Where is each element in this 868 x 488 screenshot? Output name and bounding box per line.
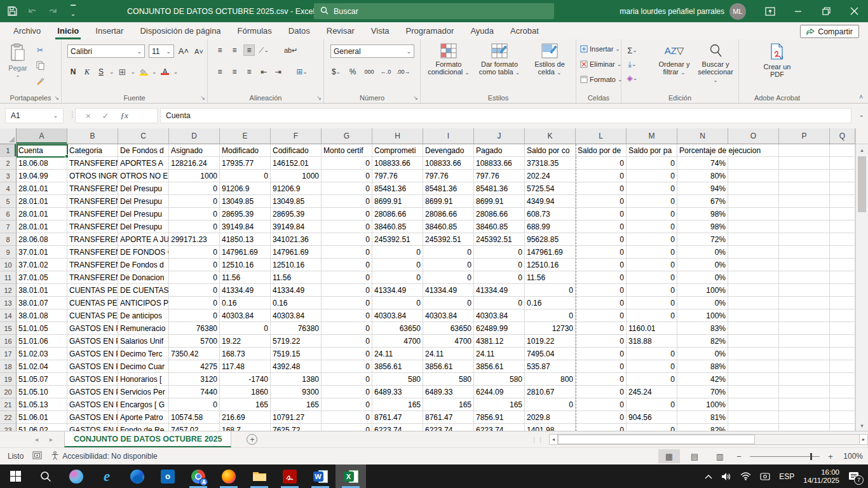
cell-J8[interactable]: 245392.51	[474, 233, 525, 246]
cell-Q10[interactable]	[830, 259, 855, 271]
column-header-P[interactable]: P	[779, 128, 830, 144]
cell-P7[interactable]	[779, 220, 830, 233]
cell-Q3[interactable]	[830, 170, 855, 182]
cell-E2[interactable]: 17935.77	[220, 157, 271, 170]
cell-G21[interactable]: 0	[322, 398, 372, 411]
cell-A5[interactable]: 28.01.01	[17, 195, 67, 208]
scroll-right-icon[interactable]: ▸	[859, 434, 868, 445]
cell-N3[interactable]: 80%	[677, 170, 728, 182]
cell-P18[interactable]	[779, 360, 830, 373]
ribbon-tab-insertar[interactable]: Insertar	[87, 22, 132, 39]
cell-G3[interactable]: 0	[322, 170, 372, 182]
borders-icon[interactable]: ⊞	[117, 66, 128, 78]
cell-D20[interactable]: 7440	[169, 386, 220, 398]
cell-J3[interactable]: 797.76	[474, 170, 525, 182]
cell-M12[interactable]: 0	[627, 284, 677, 297]
cell-D23[interactable]: 7457.02	[169, 424, 220, 431]
cell-P1[interactable]	[779, 144, 830, 157]
cell-F7[interactable]: 39149.84	[271, 220, 322, 233]
cell-L20[interactable]: 0	[576, 386, 627, 398]
cell-K7[interactable]: 688.99	[525, 220, 576, 233]
cell-O2[interactable]	[728, 157, 779, 170]
cell-C13[interactable]: ANTICIPOS P	[118, 297, 169, 309]
bold-button[interactable]: N	[67, 66, 79, 78]
cell-O17[interactable]	[728, 348, 779, 360]
cell-D9[interactable]: 0	[169, 246, 220, 259]
cell-J23[interactable]: 6223.74	[474, 424, 525, 431]
cell-B18[interactable]: GASTOS EN P	[67, 360, 118, 373]
delete-cells-button[interactable]: Eliminar⌄	[580, 60, 621, 68]
cell-I6[interactable]: 28086.66	[423, 208, 474, 220]
cell-C6[interactable]: Del Presupu	[118, 208, 169, 220]
cell-F5[interactable]: 13049.85	[271, 195, 322, 208]
cell-A22[interactable]: 51.06.01	[17, 411, 67, 424]
row-header-16[interactable]: 16	[0, 335, 17, 348]
row-header-12[interactable]: 12	[0, 284, 17, 297]
cell-E7[interactable]: 39149.84	[220, 220, 271, 233]
formula-input[interactable]: Cuenta	[160, 108, 851, 123]
cell-H3[interactable]: 797.76	[372, 170, 423, 182]
cell-E16[interactable]: 19.22	[220, 335, 271, 348]
cell-C11[interactable]: De Donacion	[118, 271, 169, 284]
cell-I7[interactable]: 38460.85	[423, 220, 474, 233]
cell-F10[interactable]: 12510.16	[271, 259, 322, 271]
cell-H2[interactable]: 108833.66	[372, 157, 423, 170]
cell-M18[interactable]: 0	[627, 360, 677, 373]
cell-B8[interactable]: TRANSFEREN	[67, 233, 118, 246]
cell-C21[interactable]: Encargos [ G	[118, 398, 169, 411]
taskbar-start-button[interactable]	[0, 464, 31, 488]
cell-Q14[interactable]	[830, 309, 855, 322]
font-name-select[interactable]: Calibri⌄	[67, 44, 145, 58]
cell-C1[interactable]: De Fondos d	[118, 144, 169, 157]
format-painter-icon[interactable]	[34, 75, 46, 86]
cell-L8[interactable]: 0	[576, 233, 627, 246]
cell-N23[interactable]: 82%	[677, 424, 728, 431]
cell-F20[interactable]: 9300	[271, 386, 322, 398]
cell-K22[interactable]: 2029.8	[525, 411, 576, 424]
cell-K6[interactable]: 608.73	[525, 208, 576, 220]
cell-J22[interactable]: 7856.91	[474, 411, 525, 424]
cell-P22[interactable]	[779, 411, 830, 424]
comma-style-icon[interactable]: 000	[363, 66, 375, 78]
cell-A9[interactable]: 37.01.01	[17, 246, 67, 259]
cell-Q7[interactable]	[830, 220, 855, 233]
cell-D4[interactable]: 0	[169, 182, 220, 195]
cell-M16[interactable]: 318.88	[627, 335, 677, 348]
search-box[interactable]: Buscar	[314, 3, 554, 19]
cell-P6[interactable]	[779, 208, 830, 220]
avatar[interactable]: ML	[729, 3, 746, 20]
cell-N20[interactable]: 70%	[677, 386, 728, 398]
cell-B6[interactable]: TRANSFEREN	[67, 208, 118, 220]
cell-M20[interactable]: 245.24	[627, 386, 677, 398]
cell-G6[interactable]: 0	[322, 208, 372, 220]
cell-H10[interactable]: 0	[372, 259, 423, 271]
cell-A10[interactable]: 37.01.02	[17, 259, 67, 271]
cell-H21[interactable]: 165	[372, 398, 423, 411]
cell-J1[interactable]: Pagado	[474, 144, 525, 157]
taskbar-internet-explorer-button[interactable]: e	[92, 464, 122, 488]
cell-P2[interactable]	[779, 157, 830, 170]
cell-L21[interactable]: 0	[576, 398, 627, 411]
ribbon-tab-inicio[interactable]: Inicio	[49, 22, 87, 39]
cell-H5[interactable]: 8699.91	[372, 195, 423, 208]
cell-B9[interactable]: TRANSFEREN	[67, 246, 118, 259]
taskbar-excel-button[interactable]: X	[336, 464, 366, 488]
cell-F15[interactable]: 76380	[271, 322, 322, 335]
cell-M10[interactable]: 0	[627, 259, 677, 271]
ribbon-tab-programador[interactable]: Programador	[398, 22, 463, 39]
cell-N21[interactable]: 100%	[677, 398, 728, 411]
orientation-icon[interactable]: ⟋⌄	[258, 44, 269, 56]
cell-O7[interactable]	[728, 220, 779, 233]
cell-J15[interactable]: 62489.99	[474, 322, 525, 335]
font-size-select[interactable]: 11⌄	[149, 44, 174, 58]
cell-G1[interactable]: Monto certif	[322, 144, 372, 157]
column-header-D[interactable]: D	[169, 128, 220, 144]
cell-E1[interactable]: Modificado	[220, 144, 271, 157]
insert-cells-button[interactable]: Insertar⌄	[580, 45, 620, 53]
cell-E15[interactable]: 0	[220, 322, 271, 335]
cell-N17[interactable]: 0%	[677, 348, 728, 360]
cell-J20[interactable]: 6244.09	[474, 386, 525, 398]
align-center-icon[interactable]: ≡	[229, 66, 240, 78]
restore-button[interactable]	[812, 0, 840, 22]
cell-C2[interactable]: APORTES A	[118, 157, 169, 170]
